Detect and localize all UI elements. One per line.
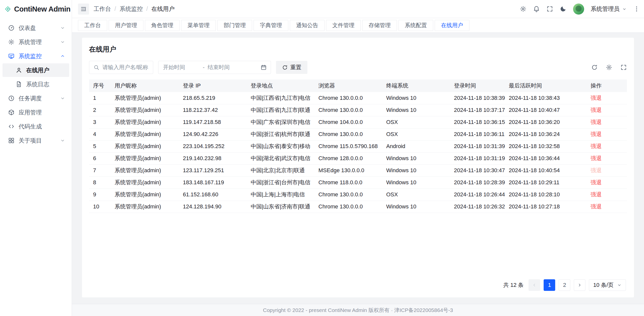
sidebar-subitem-person[interactable]: 在线用户	[3, 63, 69, 77]
tab-3[interactable]: 菜单管理	[181, 20, 216, 31]
column-settings-button[interactable]	[606, 64, 612, 71]
search-icon	[93, 64, 99, 70]
grid-icon	[8, 137, 15, 144]
breadcrumb-separator: /	[114, 6, 116, 12]
table-cell: 系统管理员(admin)	[111, 140, 179, 152]
table-cell: 中国|上海|上海市|电信	[247, 189, 314, 201]
sidebar-item-monitor[interactable]: 系统监控	[3, 49, 69, 63]
chevron-down-icon	[60, 138, 65, 143]
date-range-separator: -	[203, 64, 205, 71]
sidebar-item-dashboard[interactable]: 仪表盘	[3, 21, 69, 35]
settings-button[interactable]	[520, 6, 527, 12]
breadcrumb-item[interactable]: 工作台	[94, 5, 111, 13]
force-logout-link[interactable]: 强退	[591, 143, 602, 149]
online-users-card: 在线用户 - 重置	[82, 38, 634, 297]
force-logout-link[interactable]: 强退	[591, 179, 602, 186]
force-logout-link[interactable]: 强退	[591, 167, 602, 173]
table-cell: OSX	[382, 116, 450, 128]
table-cell: 6	[89, 152, 111, 164]
table-cell: Chrome 118.0.0.0	[314, 176, 382, 189]
start-date-input[interactable]	[163, 64, 200, 71]
table-cell: 2024-11-18 10:29:11	[505, 176, 587, 189]
table-cell: 118.212.37.42	[179, 104, 247, 116]
table-cell: 9	[89, 189, 111, 201]
page-button-1[interactable]: 1	[544, 279, 555, 291]
table-cell: 2024-11-18 10:36:24	[505, 128, 587, 140]
reset-button[interactable]: 重置	[276, 61, 307, 74]
breadcrumb-item[interactable]: 在线用户	[151, 5, 175, 13]
code-icon	[8, 123, 15, 130]
force-logout-link[interactable]: 强退	[591, 203, 602, 210]
sidebar-item-cube[interactable]: 应用管理	[3, 106, 69, 119]
more-options-button[interactable]	[633, 6, 640, 12]
tab-4[interactable]: 部门管理	[217, 20, 252, 31]
table-cell: 系统管理员(admin)	[111, 104, 179, 116]
table-cell: 2024-11-18 10:31:39	[450, 140, 505, 152]
topbar-actions: 系统管理员	[520, 4, 640, 15]
table-cell: 218.65.5.219	[179, 92, 247, 104]
notifications-button[interactable]	[533, 6, 540, 12]
table-cell: 2024-11-18 10:31:19	[450, 152, 505, 164]
force-logout-link[interactable]: 强退	[591, 119, 602, 125]
total-count: 共 12 条	[503, 281, 524, 289]
table-cell: 2024-11-18 10:30:47	[450, 164, 505, 176]
table-cell: 3	[89, 116, 111, 128]
table-cell: Chrome 128.0.0.0	[314, 152, 382, 164]
refresh-table-button[interactable]	[591, 64, 598, 71]
page-buttons: 12	[544, 279, 570, 291]
sidebar-item-grid[interactable]: 关于项目	[3, 134, 69, 147]
app-logo[interactable]: ContiNew Admin	[0, 0, 72, 18]
force-logout-link[interactable]: 强退	[591, 131, 602, 137]
table-toolbar	[591, 64, 627, 71]
table-row: 2系统管理员(admin)118.212.37.42中国|江西省|九江市|联通C…	[89, 104, 627, 116]
force-logout-link[interactable]: 强退	[591, 95, 602, 101]
table-cell: Windows 10	[382, 176, 450, 189]
dark-mode-button[interactable]	[560, 6, 567, 12]
tab-6[interactable]: 通知公告	[290, 20, 325, 31]
next-page-button[interactable]	[574, 279, 585, 291]
app-title: ContiNew Admin	[14, 5, 70, 13]
tab-7[interactable]: 文件管理	[326, 20, 361, 31]
page-button-2[interactable]: 2	[559, 279, 570, 291]
breadcrumb-item[interactable]: 系统监控	[119, 5, 143, 13]
sidebar-collapse-button[interactable]	[78, 4, 89, 15]
tab-1[interactable]: 用户管理	[109, 20, 143, 31]
table-cell: 中国|山东省|泰安市|移动	[247, 140, 314, 152]
settings-icon	[8, 39, 15, 45]
tab-0[interactable]: 工作台	[78, 20, 107, 31]
force-logout-link[interactable]: 强退	[591, 155, 602, 161]
table-cell: 2024-11-18 10:32:58	[505, 140, 587, 152]
tab-5[interactable]: 字典管理	[254, 20, 288, 31]
tab-9[interactable]: 系统配置	[398, 20, 433, 31]
table-cell: Chrome 130.0.0.0	[314, 92, 382, 104]
tab-2[interactable]: 角色管理	[145, 20, 180, 31]
action-cell: 强退	[587, 92, 627, 104]
table-cell: 2024-11-18 10:27:18	[505, 201, 587, 213]
sidebar-item-settings[interactable]: 系统管理	[3, 35, 69, 49]
prev-page-button[interactable]	[529, 279, 540, 291]
table-cell: 2024-11-18 10:36:44	[505, 152, 587, 164]
sidebar: ContiNew Admin 仪表盘系统管理系统监控在线用户系统日志任务调度应用…	[0, 0, 72, 316]
force-logout-link[interactable]: 强退	[591, 191, 602, 198]
force-logout-link[interactable]: 强退	[591, 107, 602, 113]
action-cell: 强退	[587, 164, 627, 176]
main-column: 工作台/系统监控/在线用户 系统管理员	[72, 0, 644, 316]
sidebar-subitem-label: 系统日志	[26, 80, 49, 88]
table-cell: Android	[382, 140, 450, 152]
tab-10[interactable]: 在线用户	[435, 20, 469, 31]
avatar[interactable]	[573, 4, 584, 15]
refresh-icon	[591, 64, 598, 71]
table-cell: 4	[89, 128, 111, 140]
end-date-input[interactable]	[207, 64, 245, 71]
user-menu[interactable]: 系统管理员	[591, 5, 627, 13]
sidebar-item-clock[interactable]: 任务调度	[3, 92, 69, 105]
sidebar-item-code[interactable]: 代码生成	[3, 120, 69, 133]
fullscreen-button[interactable]	[546, 6, 553, 12]
table-fullscreen-button[interactable]	[620, 64, 627, 71]
page-size-select[interactable]: 10 条/页	[589, 279, 626, 291]
search-input[interactable]	[102, 64, 149, 71]
table-cell: 61.152.168.60	[179, 189, 247, 201]
table-cell: Chrome 104.0.0.0	[314, 116, 382, 128]
sidebar-subitem-file[interactable]: 系统日志	[3, 77, 69, 91]
tab-8[interactable]: 存储管理	[362, 20, 397, 31]
